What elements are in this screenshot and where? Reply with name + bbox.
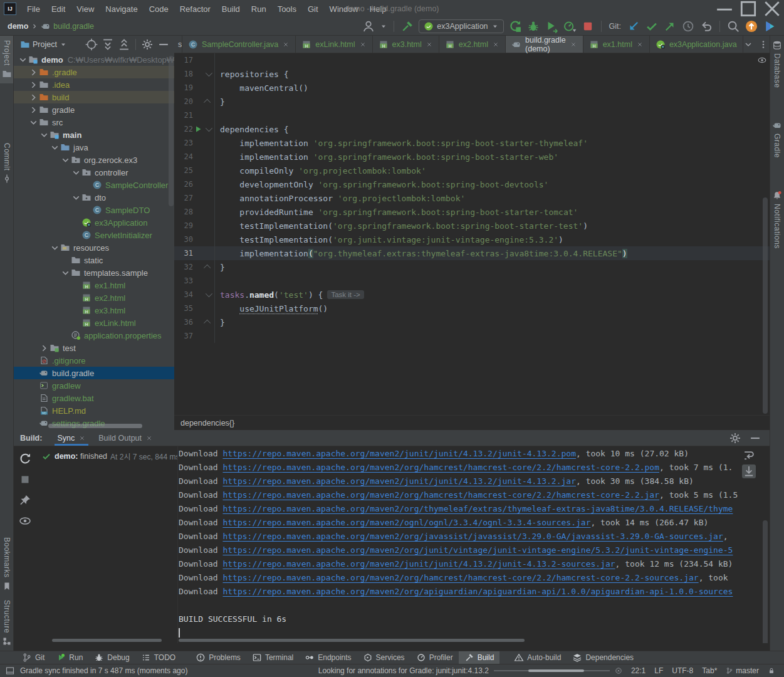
close-tab-icon[interactable] [492,41,499,48]
menu-item-tools[interactable]: Tools [272,0,302,18]
code-line[interactable]: 20} [174,95,770,108]
code-line[interactable]: 24 implementation 'org.springframework.b… [174,150,770,164]
tree-item-demo[interactable]: demoC:₩Users₩wlfkr₩Desktop₩Intelli [14,53,174,66]
stop-button[interactable] [581,19,595,33]
code-line[interactable]: 18repositories { [174,67,770,81]
close-tab-icon[interactable] [570,41,577,48]
stripe-item-project[interactable]: Project [0,36,13,83]
git-rollback-button[interactable] [699,19,713,33]
toolwindow-button-endpoints[interactable]: Endpoints [299,651,357,664]
git-update-button[interactable] [627,19,640,33]
hide-build-panel-button[interactable] [748,431,762,445]
close-tab-icon[interactable] [145,434,153,442]
code-line[interactable]: 23 implementation 'org.springframework.b… [174,136,770,150]
tree-item-build[interactable]: build [14,91,174,103]
quick-launch-button[interactable] [763,19,776,33]
editor-tab-ex2-html[interactable]: Hex2.html [439,36,506,53]
console-scrollbar-horizontal[interactable] [179,639,525,642]
stop-build-button[interactable] [18,473,32,486]
toolwindow-button-debug[interactable]: Debug [88,651,135,664]
run-configuration-select[interactable]: ex3Application [419,19,503,33]
tree-chevron-right-icon[interactable] [39,343,50,354]
collapse-all-button[interactable] [117,38,131,51]
editor[interactable]: 1718repositories {19 mavenCentral()20}21… [174,53,770,415]
close-tab-icon[interactable] [359,41,367,48]
git-commit-button[interactable] [645,19,659,33]
code-line[interactable]: 17 [174,53,770,67]
tree-item-static[interactable]: static [14,254,174,266]
code-line[interactable]: 34tasks.named('test') {Task it -> [174,288,770,302]
select-opened-file-button[interactable] [85,38,98,51]
tree-item-ex1-html[interactable]: Hex1.html [14,279,174,291]
console-download-link[interactable]: https://repo.maven.apache.org/maven2/jun… [222,559,615,569]
breadcrumb-file[interactable]: build.gradle [53,22,94,31]
line-ending-indicator[interactable]: LF [654,666,663,675]
tree-chevron-down-icon[interactable] [18,55,28,65]
tree-item-application-properties[interactable]: application.properties [14,329,174,342]
tree-chevron-down-icon[interactable] [60,268,71,278]
toolwindow-button-profiler[interactable]: Profiler [410,651,459,664]
caret-position[interactable]: 22:1 [631,666,645,675]
console-download-link[interactable]: https://repo.maven.apache.org/maven2/ogn… [222,518,590,527]
stripe-item-notifications[interactable]: Notifications [770,186,784,253]
tree-chevron-right-icon[interactable] [28,105,39,115]
tree-item-ex2-html[interactable]: Hex2.html [14,291,174,304]
tree-item-ex3-html[interactable]: Hex3.html [14,304,174,317]
tree-chevron-down-icon[interactable] [39,130,50,140]
menu-item-run[interactable]: Run [246,0,272,18]
toolwindow-button-auto-build[interactable]: Auto-build [508,651,567,664]
console-download-link[interactable]: https://repo.maven.apache.org/maven2/org… [222,573,698,582]
tree-item-build-gradle[interactable]: build.gradle [14,367,174,379]
console-download-link[interactable]: https://repo.maven.apache.org/maven2/org… [222,532,723,541]
tree-item-templates-sample[interactable]: templates.sample [14,266,174,279]
tree-item-dto[interactable]: dto [14,191,174,204]
fold-close-icon[interactable] [203,265,213,270]
console-download-link[interactable]: https://repo.maven.apache.org/maven2/org… [222,504,733,513]
menu-item-navigate[interactable]: Navigate [100,0,143,18]
tree-chevron-down-icon[interactable] [28,117,39,128]
git-push-button[interactable] [663,19,677,33]
debug-button[interactable] [526,19,540,33]
project-scrollbar-horizontal[interactable] [48,424,142,428]
code-line[interactable]: 32} [174,260,770,274]
code-line[interactable]: 22dependencies { [174,122,770,136]
tree-chevron-down-icon[interactable] [50,243,60,253]
indent-indicator[interactable]: Tab* [702,666,717,675]
console-download-link[interactable]: https://repo.maven.apache.org/maven2/jun… [222,476,576,486]
console-download-link[interactable]: https://repo.maven.apache.org/maven2/org… [222,490,659,500]
chevD-icon[interactable] [743,39,753,50]
tree-item-java[interactable]: java [14,141,174,154]
tree-item-help-md[interactable]: MDHELP.md [14,404,174,417]
toolwindow-button-run[interactable]: Run [50,651,88,664]
menu-item-code[interactable]: Code [144,0,174,18]
console-download-link[interactable]: https://repo.maven.apache.org/maven2/org… [222,587,733,596]
coverage-button[interactable] [545,19,558,33]
tree-item-test[interactable]: test [14,342,174,354]
close-button[interactable] [760,0,784,18]
editor-tab-s[interactable]: s [174,36,182,53]
sync-result-node[interactable]: demo: finished At 2시 7 sec, 844 ms [36,446,177,461]
code-line[interactable]: 30 testImplementation('org.junit.vintage… [174,233,770,246]
cancel-task-icon[interactable] [615,667,622,674]
menu-item-edit[interactable]: Edit [46,0,71,18]
build-tab-build-output[interactable]: Build Output [92,430,159,446]
fold-open-icon[interactable] [203,292,213,297]
close-tab-icon[interactable] [636,41,644,48]
tree-chevron-right-icon[interactable] [28,80,39,90]
tree-item-org-zerock-ex3[interactable]: org.zerock.ex3 [14,154,174,166]
stripe-item-structure[interactable]: Structure [0,596,13,651]
close-tab-icon[interactable] [282,41,290,48]
pin-button[interactable] [18,493,32,507]
menu-item-file[interactable]: File [21,0,46,18]
editor-tab-ex3-html[interactable]: Hex3.html [373,36,439,53]
menu-item-refactor[interactable]: Refactor [174,0,216,18]
editor-scrollbar[interactable] [763,197,768,414]
code-line[interactable]: 37 [174,329,770,343]
menu-item-view[interactable]: View [71,0,100,18]
build-tree-scrollbar[interactable] [52,639,162,642]
refresh-build-button[interactable] [18,452,32,466]
console-download-link[interactable]: https://repo.maven.apache.org/maven2/jun… [222,449,576,458]
search-everywhere-button[interactable] [726,19,740,33]
ide-update-button[interactable] [745,19,758,33]
close-tab-icon[interactable] [426,41,433,48]
